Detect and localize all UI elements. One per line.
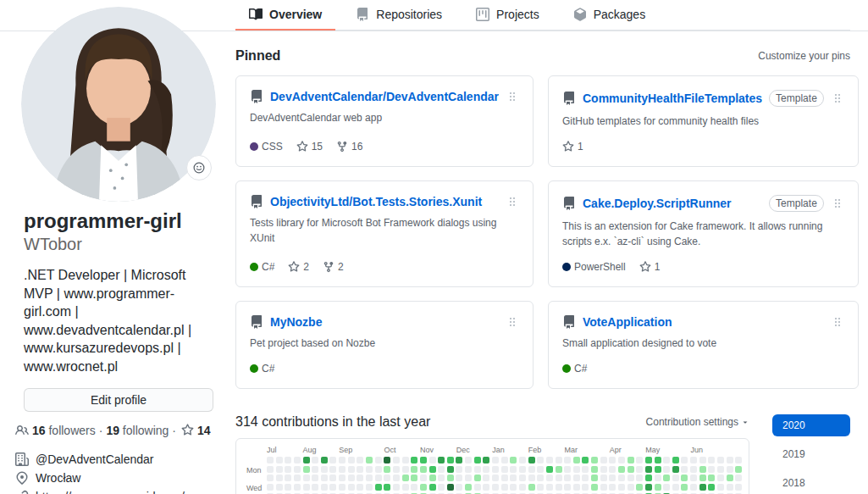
tab-label: Overview [269, 8, 322, 21]
contribution-cell [384, 484, 390, 491]
contribution-settings-dropdown[interactable]: Contribution settings [646, 416, 749, 428]
contribution-cell [663, 484, 670, 491]
contribution-cell [681, 457, 688, 463]
repo-forks[interactable]: 16 [336, 141, 362, 153]
contribution-cell [636, 475, 643, 481]
contribution-cell [600, 457, 607, 463]
contribution-cell [456, 457, 462, 463]
contribution-cell [411, 466, 417, 473]
repo-icon [562, 197, 576, 210]
vcard-details: @DevAdventCalendar Wrocław https://progr… [15, 452, 216, 494]
repo-link[interactable]: ObjectivityLtd/Bot.Tests.Stories.Xunit [270, 195, 499, 208]
contribution-cell [402, 466, 409, 473]
drag-handle[interactable] [831, 92, 844, 105]
contribution-cell [727, 457, 733, 463]
repo-link[interactable]: VoteApplication [583, 315, 824, 329]
repo-stars[interactable]: 15 [296, 141, 323, 153]
contribution-cell [663, 475, 670, 481]
following-link[interactable]: 19 following [106, 424, 169, 437]
language-dot-icon [562, 263, 571, 271]
contribution-cell [600, 484, 607, 491]
repo-link[interactable]: CommunityHealthFileTemplates [583, 92, 762, 105]
repo-meta: C# [250, 351, 519, 375]
repo-stars[interactable]: 2 [288, 261, 309, 273]
edit-profile-button[interactable]: Edit profile [24, 388, 213, 412]
contribution-cell [645, 475, 652, 481]
contribution-cell [699, 475, 706, 481]
followers-link[interactable]: 16 followers [32, 424, 96, 437]
contribution-cell [465, 466, 472, 473]
customize-pins-link[interactable]: Customize your pins [758, 50, 850, 62]
contribution-cell [429, 484, 436, 491]
vcard-website[interactable]: https://programmer-girl.com/ [15, 490, 216, 494]
drag-handle[interactable] [831, 315, 844, 329]
contribution-cell [600, 475, 607, 481]
year-link-2019[interactable]: 2019 [772, 443, 850, 465]
drag-handle[interactable] [506, 90, 519, 103]
contribution-cell [312, 457, 318, 463]
contribution-cell [519, 466, 526, 473]
drag-handle[interactable] [506, 195, 519, 208]
repo-stars[interactable]: 1 [562, 141, 583, 153]
repo-description: This is an extension for Cake framework.… [562, 219, 844, 249]
contribution-cell [447, 484, 454, 491]
contribution-cell [672, 475, 679, 481]
contribution-cell [556, 475, 562, 481]
contribution-cell [510, 457, 517, 463]
repo-language: PowerShell [562, 261, 626, 273]
drag-handle[interactable] [831, 197, 844, 210]
contribution-cell [339, 466, 346, 473]
contribution-cell [556, 466, 562, 473]
contribution-cell [438, 484, 445, 491]
day-label: Wed [246, 484, 262, 492]
starred-link[interactable]: 14 [197, 424, 211, 437]
contribution-cell [303, 484, 310, 491]
contribution-cell [582, 466, 589, 473]
repo-description: DevAdventCalendar web app [250, 110, 519, 125]
repo-forks[interactable]: 2 [323, 261, 344, 273]
contribution-cell [492, 475, 499, 481]
tab-repositories[interactable]: Repositories [342, 0, 456, 31]
repo-link[interactable]: DevAdventCalendar/DevAdventCalendar [270, 90, 499, 103]
contribution-cell [727, 484, 733, 491]
profile-username: WTobor [24, 234, 216, 254]
repo-stars[interactable]: 1 [639, 261, 661, 273]
contribution-cell [519, 484, 526, 491]
vcard-organization[interactable]: @DevAdventCalendar [15, 452, 216, 466]
year-link-2020[interactable]: 2020 [772, 414, 850, 436]
contribution-cell [501, 484, 508, 491]
contribution-cell [628, 466, 634, 473]
month-label: Jul [267, 446, 277, 454]
repo-language: CSS [250, 141, 283, 153]
contribution-cell [456, 475, 462, 481]
contribution-cell [591, 484, 598, 491]
contribution-cell [348, 475, 355, 481]
contribution-cell [447, 466, 454, 473]
contribution-cell [411, 457, 417, 463]
vcard-location: Wrocław [15, 471, 216, 485]
contribution-cell [528, 457, 535, 463]
repo-link[interactable]: Cake.Deploy.ScriptRunner [583, 197, 762, 210]
tab-packages[interactable]: Packages [560, 0, 659, 31]
contribution-cell [303, 457, 310, 463]
contribution-cell [537, 457, 544, 463]
contribution-cell [329, 484, 336, 491]
month-label: Jun [691, 446, 704, 454]
set-status-button[interactable] [186, 155, 212, 180]
contribution-cell [528, 466, 535, 473]
contribution-cell [556, 457, 562, 463]
contribution-cell [609, 475, 616, 481]
drag-handle[interactable] [506, 315, 519, 329]
tab-projects[interactable]: Projects [462, 0, 553, 31]
contribution-cell [384, 475, 390, 481]
contribution-cell [636, 466, 643, 473]
contribution-cell [420, 484, 427, 491]
year-link-2018[interactable]: 2018 [772, 472, 850, 494]
contribution-graph: JulAugSepOctNovDecJanFebMarAprMayJun Mon… [235, 438, 749, 494]
repo-link[interactable]: MyNozbe [270, 315, 499, 329]
contribution-cell [285, 466, 291, 473]
dot-separator: · [99, 424, 103, 437]
contribution-cell [655, 457, 661, 463]
contribution-cell [546, 484, 553, 491]
tab-overview[interactable]: Overview [235, 0, 335, 31]
